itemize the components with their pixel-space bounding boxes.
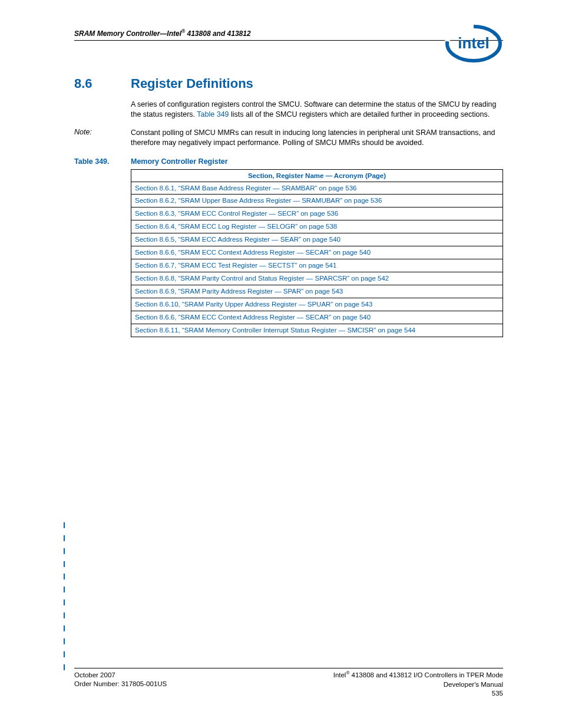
intro-post: lists all of the SMCU registers which ar… [229, 110, 490, 118]
table-header: Section, Register Name — Acronym (Page) [131, 169, 503, 182]
svg-text:intel: intel [458, 34, 489, 52]
change-bar [64, 574, 65, 579]
section-number: 8.6 [74, 76, 131, 91]
footer-doc-title: Intel® 413808 and 413812 I/O Controllers… [333, 671, 503, 678]
change-bar [64, 638, 65, 644]
change-bar [64, 522, 65, 528]
note-block: Note: Constant polling of SMCU MMRs can … [74, 128, 503, 148]
footer-date: October 2007 [74, 671, 115, 678]
change-bar [64, 651, 65, 657]
intel-logo: intel R [444, 24, 503, 66]
change-bar [64, 664, 65, 670]
table-caption-label: Table 349. [74, 157, 131, 166]
table-row-link[interactable]: Section 8.6.5, “SRAM ECC Address Registe… [131, 233, 503, 246]
intro-paragraph: A series of configuration registers cont… [131, 100, 503, 120]
change-bar [64, 548, 65, 554]
running-head: SRAM Memory Controller—Intel® 413808 and… [74, 28, 503, 38]
table-row-link[interactable]: Section 8.6.9, “SRAM Parity Address Regi… [131, 285, 503, 298]
change-bar [64, 561, 65, 567]
table-caption-title: Memory Controller Register [131, 157, 228, 166]
table-row-link[interactable]: Section 8.6.3, “SRAM ECC Control Registe… [131, 207, 503, 220]
table-row-link[interactable]: Section 8.6.6, “SRAM ECC Context Address… [131, 246, 503, 259]
table-row-link[interactable]: Section 8.6.10, “SRAM Parity Upper Addre… [131, 298, 503, 311]
table-row-link[interactable]: Section 8.6.2, “SRAM Upper Base Address … [131, 195, 503, 207]
table-row-link[interactable]: Section 8.6.1, “SRAM Base Address Regist… [131, 182, 503, 195]
change-bar [64, 612, 65, 618]
table-row-link[interactable]: Section 8.6.11, “SRAM Memory Controller … [131, 324, 503, 337]
table-row-link[interactable]: Section 8.6.4, “SRAM ECC Log Register — … [131, 220, 503, 233]
footer-left: October 2007 Order Number: 317805-001US [74, 671, 167, 699]
table-row-link[interactable]: Section 8.6.7, “SRAM ECC Test Register —… [131, 259, 503, 272]
change-bar [64, 587, 65, 592]
page: intel R SRAM Memory Controller—Intel® 41… [0, 0, 562, 728]
page-footer: October 2007 Order Number: 317805-001US … [74, 668, 503, 699]
table-row-link[interactable]: Section 8.6.6, “SRAM ECC Context Address… [131, 311, 503, 324]
change-bar [64, 625, 65, 631]
note-text: Constant polling of SMCU MMRs can result… [131, 128, 503, 148]
footer-doc-subtitle: Developer's Manual [444, 681, 503, 688]
table-caption: Table 349. Memory Controller Register [74, 157, 503, 166]
section-title: Register Definitions [131, 76, 253, 91]
section-heading: 8.6 Register Definitions [74, 76, 503, 91]
change-bar [64, 535, 65, 541]
change-bar [64, 599, 65, 605]
footer-rule [74, 668, 503, 668]
footer-page-number: 535 [492, 690, 503, 697]
register-table: Section, Register Name — Acronym (Page) … [131, 169, 503, 337]
footer-order-number: Order Number: 317805-001US [74, 680, 167, 687]
table-xref-link[interactable]: Table 349 [197, 110, 229, 118]
footer-right: Intel® 413808 and 413812 I/O Controllers… [333, 671, 503, 699]
table-row-link[interactable]: Section 8.6.8, “SRAM Parity Control and … [131, 272, 503, 285]
note-label: Note: [74, 128, 131, 148]
header-rule [74, 40, 503, 41]
